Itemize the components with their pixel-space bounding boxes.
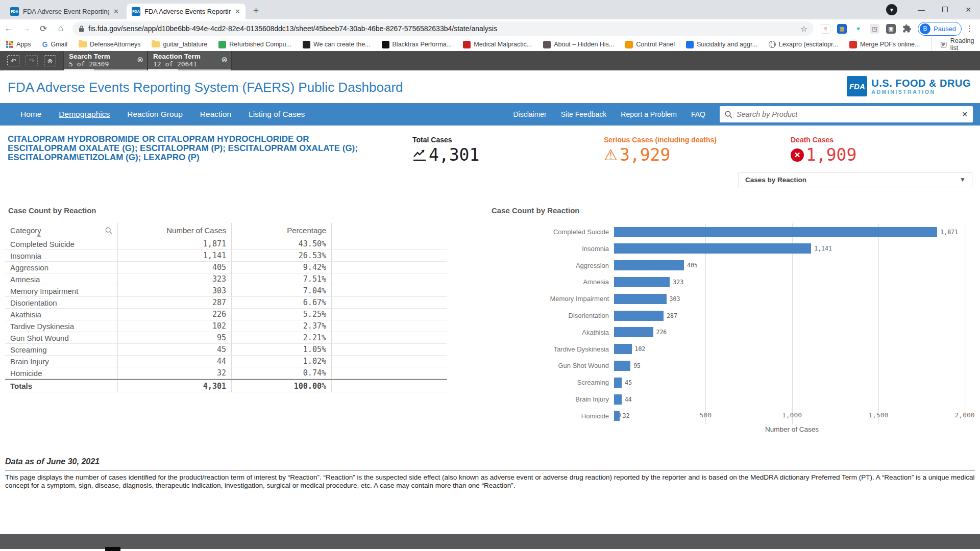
nav-link-report-a-problem[interactable]: Report a Problem xyxy=(621,110,677,118)
bookmark-star-icon[interactable]: ☆ xyxy=(800,24,807,34)
table-row[interactable]: Homicide320.74% xyxy=(5,367,447,379)
table-row[interactable]: Screaming451.05% xyxy=(5,344,447,356)
cell-percentage[interactable]: 0.74% xyxy=(231,367,331,379)
selection-back-icon[interactable]: ↶ xyxy=(7,55,19,66)
cell-category[interactable]: Disorientation xyxy=(5,298,117,307)
bookmark-item[interactable]: Lexapro (escitalopr... xyxy=(769,41,838,48)
bookmark-item[interactable]: Merge PDFs online... xyxy=(849,41,920,48)
home-icon[interactable]: ⌂ xyxy=(52,23,69,34)
selection-forward-icon[interactable]: ↷ xyxy=(26,55,38,66)
browser-tab-1[interactable]: FDA FDA Adverse Event Reporting Sys ✕ xyxy=(5,4,124,19)
cell-cases[interactable]: 303 xyxy=(117,285,231,296)
chrome-menu-icon[interactable]: ⋮ xyxy=(966,24,973,33)
selection-chip[interactable]: Search Term5 of 28309⊗ xyxy=(63,51,148,70)
cell-percentage[interactable]: 5.25% xyxy=(231,309,331,320)
cell-category[interactable]: Tardive Dyskinesia xyxy=(5,322,117,331)
cell-cases[interactable]: 1,871 xyxy=(117,238,231,249)
cell-percentage[interactable]: 6.67% xyxy=(231,297,331,308)
table-row[interactable]: Insomnia1,14126.53% xyxy=(5,250,447,262)
url-input[interactable] xyxy=(88,24,795,33)
cell-percentage[interactable]: 9.42% xyxy=(231,262,331,273)
minimize-button[interactable]: — xyxy=(910,6,933,14)
cell-cases[interactable]: 44 xyxy=(117,356,231,367)
close-button[interactable]: ✕ xyxy=(957,6,980,14)
cell-cases[interactable]: 95 xyxy=(117,332,231,343)
nav-link-home[interactable]: Home xyxy=(20,110,41,119)
table-row[interactable]: Amnesia3237.51% xyxy=(5,273,447,285)
cell-percentage[interactable]: 43.50% xyxy=(231,238,331,249)
bookmark-item[interactable]: Apps xyxy=(6,41,31,48)
table-row[interactable]: Brain Injury441.02% xyxy=(5,356,447,367)
nav-link-disclaimer[interactable]: Disclaimer xyxy=(513,110,546,118)
new-tab-button[interactable]: + xyxy=(253,5,259,16)
clear-selections-icon[interactable]: ⊗ xyxy=(44,55,56,66)
column-header-category[interactable]: Category xyxy=(5,226,117,235)
chart-bar[interactable] xyxy=(614,361,630,371)
view-selector-dropdown[interactable]: Cases by Reaction ▼ xyxy=(739,172,972,187)
chrome-box-extension-icon[interactable]: ◳ xyxy=(870,24,879,34)
cell-percentage[interactable]: 7.04% xyxy=(231,285,331,296)
cell-percentage[interactable]: 2.37% xyxy=(231,320,331,332)
profile-button[interactable]: B Paused xyxy=(918,22,962,36)
nav-link-faq[interactable]: FAQ xyxy=(691,110,705,118)
cell-cases[interactable]: 405 xyxy=(117,262,231,273)
chip-close-icon[interactable]: ⊗ xyxy=(137,55,143,64)
media-controls-icon[interactable]: ▼ xyxy=(886,4,897,15)
address-bar[interactable]: ☆ xyxy=(72,21,814,36)
nav-link-site-feedback[interactable]: Site Feedback xyxy=(561,110,607,118)
nav-link-reaction[interactable]: Reaction xyxy=(200,110,231,119)
cell-category[interactable]: Akathisia xyxy=(5,310,117,319)
cell-percentage[interactable]: 26.53% xyxy=(231,250,331,261)
product-search-input[interactable] xyxy=(737,110,958,118)
chart-bar[interactable] xyxy=(614,294,667,304)
puzzle-extensions-icon[interactable] xyxy=(902,24,912,33)
browser-tab-2-active[interactable]: FDA FDA Adverse Events Reporting Sy ✕ xyxy=(127,4,246,19)
product-search-box[interactable]: ✕ xyxy=(720,106,973,122)
chip-close-icon[interactable]: ⊗ xyxy=(221,55,228,64)
heart-extension-icon[interactable]: ♥ xyxy=(853,24,863,34)
cell-category[interactable]: Insomnia xyxy=(5,252,117,260)
table-row[interactable]: Memory Impairment3037.04% xyxy=(5,285,447,297)
bookmark-item[interactable]: We can create the... xyxy=(303,41,371,48)
bookmark-item[interactable]: guitar_tablature xyxy=(152,41,207,48)
bookmark-item[interactable]: DefenseAttorneys xyxy=(79,41,140,48)
bookmark-item[interactable]: Suicidality and aggr... xyxy=(686,41,757,48)
cell-cases[interactable]: 32 xyxy=(117,367,231,379)
bookmark-item[interactable]: GGmail xyxy=(42,40,68,48)
cell-category[interactable]: Brain Injury xyxy=(5,357,117,366)
tab-close-icon[interactable]: ✕ xyxy=(235,8,240,15)
cell-category[interactable]: Homicide xyxy=(5,369,117,378)
column-search-icon[interactable] xyxy=(105,227,112,234)
tab-close-icon[interactable]: ✕ xyxy=(113,8,119,15)
cell-percentage[interactable]: 7.51% xyxy=(231,273,331,285)
cell-category[interactable]: Memory Impairment xyxy=(5,287,117,295)
cell-percentage[interactable]: 1.02% xyxy=(231,356,331,367)
back-icon[interactable]: ← xyxy=(0,23,17,34)
shield-extension-icon[interactable]: ▦ xyxy=(837,24,847,34)
cell-cases[interactable]: 287 xyxy=(117,297,231,308)
column-header-cases[interactable]: Number of Cases xyxy=(117,223,231,238)
cell-cases[interactable]: 323 xyxy=(117,273,231,285)
table-row[interactable]: Disorientation2876.67% xyxy=(5,297,447,309)
cell-category[interactable]: Completed Suicide xyxy=(5,240,117,248)
reading-list-button[interactable]: Reading list xyxy=(931,37,976,52)
restore-button[interactable] xyxy=(933,6,957,14)
cell-category[interactable]: Amnesia xyxy=(5,275,117,284)
table-row[interactable]: Tardive Dyskinesia1022.37% xyxy=(5,320,447,332)
nav-link-reaction-group[interactable]: Reaction Group xyxy=(127,110,183,119)
chart-bar[interactable] xyxy=(614,277,670,287)
cell-percentage[interactable]: 1.05% xyxy=(231,344,331,355)
cell-percentage[interactable]: 2.21% xyxy=(231,332,331,343)
padlock-icon[interactable] xyxy=(79,26,84,32)
cell-cases[interactable]: 1,141 xyxy=(117,250,231,261)
bookmark-item[interactable]: About – Hidden His... xyxy=(543,41,614,48)
reader-extension-icon[interactable]: ≡ xyxy=(821,24,830,34)
bookmark-item[interactable]: Medical Malpractic... xyxy=(463,41,532,48)
refresh-icon[interactable]: ⟳ xyxy=(35,23,52,34)
nav-link-listing-of-cases[interactable]: Listing of Cases xyxy=(249,110,305,119)
table-row[interactable]: Gun Shot Wound952.21% xyxy=(5,332,447,344)
clear-search-icon[interactable]: ✕ xyxy=(962,110,968,118)
cell-cases[interactable]: 226 xyxy=(117,309,231,320)
screen-capture-extension-icon[interactable]: ▣ xyxy=(886,24,896,34)
cell-cases[interactable]: 102 xyxy=(117,320,231,332)
